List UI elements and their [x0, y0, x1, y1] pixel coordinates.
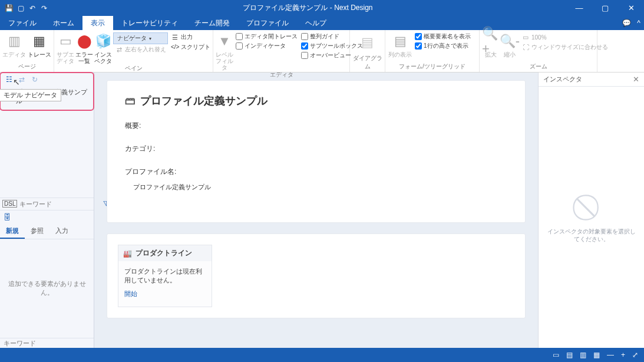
productline-start-link[interactable]: 開始 — [124, 289, 137, 298]
page-editor-button[interactable]: ▥エディタ — [2, 31, 27, 58]
page-title: プロファイル定義サンプル — [140, 94, 267, 108]
output-button[interactable]: ☰出力 — [169, 32, 212, 42]
indicator-check[interactable]: インディケータ — [235, 41, 299, 51]
window-minimize[interactable]: — — [566, 0, 592, 16]
errors-button[interactable]: ⬤エラー一覧 — [75, 31, 93, 64]
profile-name-value: プロファイル定義サンプル — [125, 183, 507, 192]
overview-label: 概要: — [125, 121, 507, 131]
model-type-icon[interactable]: 🗄 — [4, 213, 11, 222]
subtab-input[interactable]: 入力 — [49, 224, 74, 239]
status-plus-icon[interactable]: + — [621, 351, 625, 359]
profile-name-label: プロファイル名: — [125, 167, 507, 177]
tab-profile[interactable]: プロファイル — [238, 16, 297, 30]
app-title: プロファイル定義サンプル - Next Design — [49, 3, 566, 13]
productline-icon: 🏭 — [123, 249, 132, 258]
window-maximize[interactable]: ▢ — [592, 0, 618, 16]
qat-undo-icon[interactable]: ↶ — [27, 2, 38, 14]
page-trace-button[interactable]: ▦トレース — [28, 31, 52, 58]
subeditor-button[interactable]: ▭サブエディタ — [57, 31, 74, 64]
zoom-100-button[interactable]: ▭100% — [520, 32, 610, 42]
nav-tree-icon[interactable]: ☷ — [4, 75, 14, 84]
status-view4-icon[interactable]: ▦ — [593, 351, 600, 359]
qat-new-icon[interactable]: ▢ — [15, 2, 26, 14]
zoom-in-button[interactable]: 🔍+拡大 — [482, 31, 500, 58]
swap-button[interactable]: ⇄左右を入れ替え — [113, 45, 168, 54]
navigator-button[interactable]: ナビゲータ ▾ — [113, 32, 168, 44]
tab-view[interactable]: 表示 — [82, 16, 113, 30]
tab-team[interactable]: チーム開発 — [186, 16, 238, 30]
inspector-button[interactable]: 🧊インスペクタ — [94, 31, 112, 64]
inspector-empty-message: インスペクタの対象要素を選択してください。 — [544, 228, 638, 243]
tab-home[interactable]: ホーム — [45, 16, 82, 30]
nav-empty-message: 追加できる要素がありません。 — [0, 239, 94, 338]
tab-traceability[interactable]: トレーサビリティ — [113, 16, 186, 30]
subtab-ref[interactable]: 参照 — [25, 224, 49, 239]
levelfilter-button[interactable]: ▼レベルフィルタ — [216, 31, 233, 71]
status-view3-icon[interactable]: ▥ — [580, 351, 586, 359]
subtab-new[interactable]: 新規 — [0, 224, 25, 239]
tab-file[interactable]: ファイル — [0, 16, 45, 30]
productline-title: プロダクトライン — [136, 248, 192, 258]
collapse-ribbon-icon[interactable]: ^ — [637, 19, 640, 27]
tab-help[interactable]: ヘルプ — [297, 16, 335, 30]
status-view2-icon[interactable]: ▤ — [566, 351, 573, 359]
nav-refresh-icon[interactable]: ↻ — [30, 75, 39, 84]
trace-editors-check[interactable]: エディタ間トレース — [235, 32, 299, 41]
status-fit-icon[interactable]: ⤢ — [632, 351, 638, 359]
zoom-fit-button[interactable]: ⛶ウィンドウサイズに合わせる — [520, 42, 610, 52]
qat-redo-icon[interactable]: ↷ — [39, 2, 49, 14]
status-view1-icon[interactable]: ▭ — [553, 351, 559, 359]
nav-link-icon[interactable]: ⇄ — [17, 75, 27, 84]
status-minus-icon[interactable]: — — [607, 351, 614, 359]
category-label: カテゴリ: — [125, 144, 507, 154]
qat-save-icon[interactable]: 💾 — [4, 2, 14, 14]
filter-type-icon[interactable]: DSL — [2, 200, 17, 208]
window-close[interactable]: ✕ — [618, 0, 644, 16]
keyword-input[interactable] — [19, 200, 101, 208]
profile-title-icon: 🗃 — [125, 95, 136, 107]
summary-check[interactable]: 概要要素名を表示 — [414, 32, 472, 41]
script-button[interactable]: </> スクリプト — [169, 42, 212, 52]
zoom-out-button[interactable]: 🔍-縮小 — [501, 31, 518, 58]
oneline-check[interactable]: 1行の高さで表示 — [414, 41, 472, 51]
inspector-close-icon[interactable]: ✕ — [633, 75, 639, 84]
feedback-icon[interactable]: 💬 — [622, 19, 631, 27]
productline-message: プロダクトラインは現在利用していません。 — [124, 267, 206, 285]
colshow-button[interactable]: ▤列の表示 — [388, 31, 412, 58]
nav-tooltip: モデル ナビゲータ — [0, 89, 61, 101]
bottom-keyword-input[interactable] — [4, 340, 90, 347]
inspector-title: インスペクタ — [543, 75, 582, 84]
